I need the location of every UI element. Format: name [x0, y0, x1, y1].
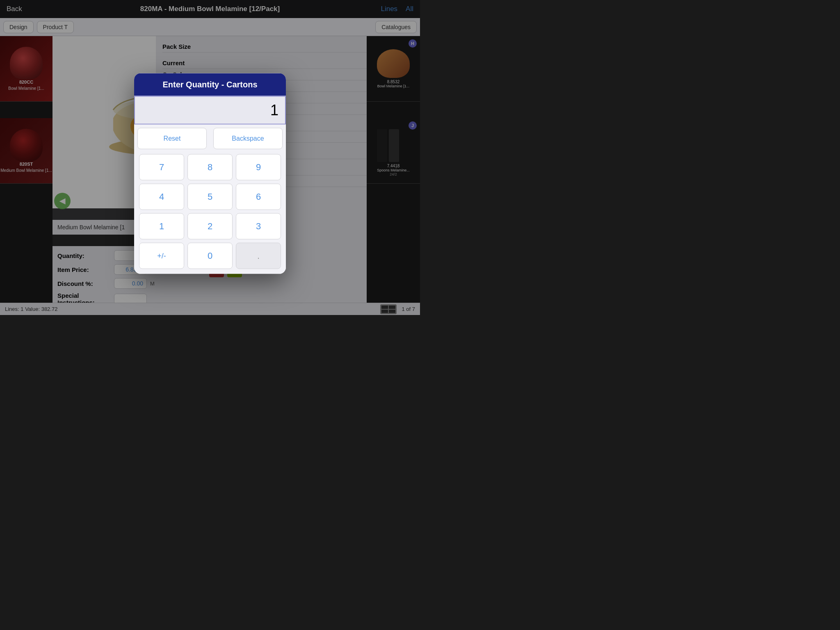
modal-action-buttons: Reset Backspace: [134, 125, 286, 153]
numpad-6[interactable]: 6: [236, 184, 281, 210]
numpad-1[interactable]: 1: [139, 213, 184, 240]
modal-header: Enter Quantity - Cartons: [134, 73, 286, 96]
modal-input-value: 1: [270, 102, 278, 119]
modal-input-area[interactable]: 1: [134, 96, 286, 125]
backspace-button[interactable]: Backspace: [213, 128, 283, 149]
numpad-5[interactable]: 5: [187, 184, 233, 210]
numpad: 7 8 9 4 5 6 1 2 3 +/- 0 .: [134, 153, 286, 274]
numpad-decimal[interactable]: .: [236, 243, 281, 269]
numpad-plusminus[interactable]: +/-: [139, 243, 184, 269]
numpad-3[interactable]: 3: [236, 213, 281, 240]
quantity-modal: Enter Quantity - Cartons 1 Reset Backspa…: [134, 73, 286, 274]
modal-title: Enter Quantity - Cartons: [162, 80, 257, 89]
numpad-0[interactable]: 0: [187, 243, 233, 269]
numpad-4[interactable]: 4: [139, 184, 184, 210]
reset-button[interactable]: Reset: [137, 128, 207, 149]
numpad-9[interactable]: 9: [236, 154, 281, 180]
numpad-7[interactable]: 7: [139, 154, 184, 180]
numpad-2[interactable]: 2: [187, 213, 233, 240]
numpad-8[interactable]: 8: [187, 154, 233, 180]
